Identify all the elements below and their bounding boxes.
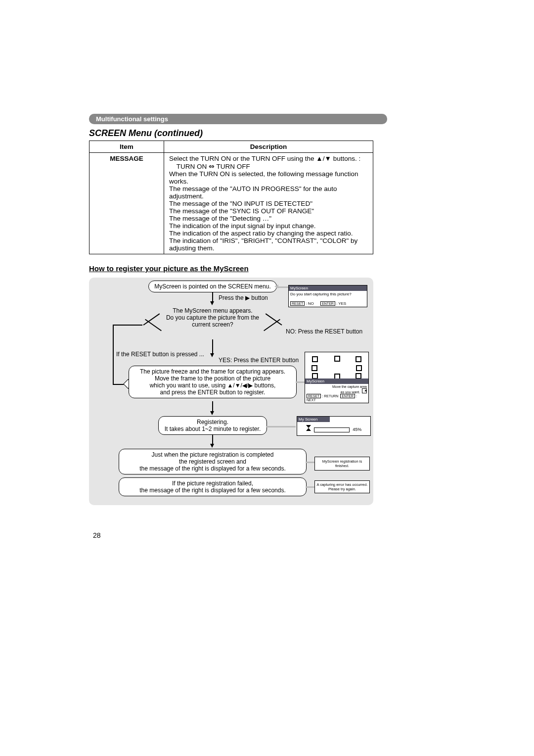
flow-step-6: If the picture registration failed, the …	[119, 477, 307, 496]
down-icon: ▼	[325, 155, 331, 162]
howto-heading: How to register your picture as the MySc…	[89, 264, 445, 273]
mini-dialog-start: MyScreen Do you start capturing this pic…	[288, 285, 367, 307]
connector	[212, 292, 213, 302]
mini-dialog-error: A capturing error has occurred.Please tr…	[314, 480, 370, 493]
flow-step-1: MyScreen is pointed on the SCREEN menu.	[148, 281, 277, 292]
page-title: SCREEN Menu (continued)	[89, 128, 445, 139]
arrow-down-icon	[210, 411, 214, 415]
flow-decision: The MyScreen menu appears. Do you captur…	[163, 307, 262, 328]
label-yes-branch: YES: Press the ENTER button	[219, 357, 299, 364]
settings-table: Item Description MESSAGE Select the TURN…	[89, 141, 373, 254]
arrow-down-icon	[210, 444, 214, 448]
th-item: Item	[89, 141, 164, 153]
swap-icon: ⇔	[209, 163, 215, 170]
label-no-branch: NO: Press the RESET button	[286, 328, 362, 335]
th-desc: Description	[164, 141, 373, 153]
up-icon: ▲	[316, 155, 322, 162]
mini-dialog-move: MyScreen Move the capture areaas you wan…	[305, 352, 369, 403]
right-icon: ▶	[245, 294, 250, 301]
label-press-right: Press the ▶ button	[219, 294, 268, 301]
hourglass-icon	[306, 425, 311, 431]
section-pill: Multifunctional settings	[89, 114, 387, 124]
mini-dialog-finished: MyScreen registration is finished.	[314, 457, 370, 471]
mini-dialog-progress: My Screen 45%	[297, 416, 371, 436]
arrow-left-icon	[274, 284, 278, 288]
flow-step-5: Just when the picture registration is co…	[119, 449, 307, 474]
row-item-name: MESSAGE	[89, 153, 164, 254]
row-item-desc: Select the TURN ON or the TURN OFF using…	[164, 153, 373, 254]
label-if-reset: If the RESET button is pressed ...	[116, 351, 204, 358]
manual-page: Multifunctional settings SCREEN Menu (co…	[0, 0, 534, 756]
arrow-down-icon	[210, 301, 214, 305]
arrow-down-icon	[210, 353, 214, 357]
flow-step-3: The picture freeze and the frame for cap…	[129, 366, 297, 398]
flowchart: MyScreen is pointed on the SCREEN menu. …	[89, 278, 373, 505]
flow-step-4: Registering. It takes about 1~2 minute t…	[158, 416, 267, 435]
page-number: 28	[93, 531, 101, 539]
